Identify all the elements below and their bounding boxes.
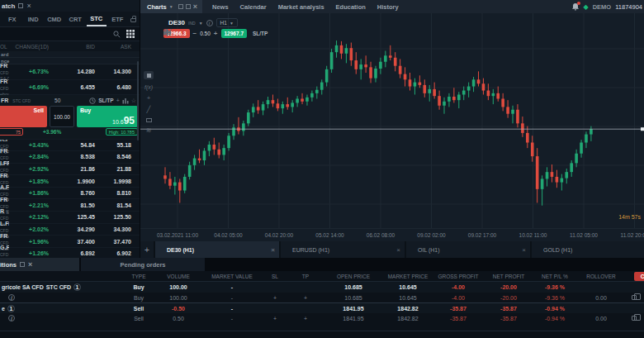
- chart-tab-de30[interactable]: DE30 (H1)×: [155, 241, 279, 258]
- watchlist-row[interactable]: FRSTC CFDncaise des Je…+1.96%37.40037.47…: [0, 236, 140, 248]
- volume-input[interactable]: 100.00: [50, 106, 74, 127]
- close-tab-icon[interactable]: ×: [396, 246, 400, 254]
- bid-value[interactable]: 81.50: [49, 202, 95, 208]
- ask-value[interactable]: 8.810: [95, 190, 131, 196]
- pattern-tool-icon[interactable]: ≋: [146, 127, 152, 134]
- bid-value[interactable]: 8.760: [49, 190, 95, 196]
- chevron-down-icon[interactable]: ▼: [199, 21, 203, 26]
- fx-indicator-icon[interactable]: f(x): [144, 84, 153, 90]
- chart-tab-gold[interactable]: GOLD (H1): [532, 241, 644, 258]
- grid-view-icon[interactable]: [126, 30, 135, 38]
- info-icon[interactable]: i: [8, 294, 15, 301]
- watchlist-group-header[interactable]: ard: [0, 51, 140, 58]
- line-tool-icon[interactable]: ╱: [147, 107, 151, 113]
- chart-tab-eurusd[interactable]: EURUSD (H1)×: [281, 241, 405, 258]
- bid-value[interactable]: 8.538: [49, 154, 95, 159]
- ask-value[interactable]: 14.300: [95, 69, 131, 74]
- close-icon[interactable]: ×: [193, 4, 197, 9]
- volume-minus-button[interactable]: −: [193, 30, 197, 37]
- close-icon[interactable]: ×: [28, 262, 32, 267]
- close-icon[interactable]: ×: [26, 3, 31, 8]
- watchlist-row[interactable]: FRSTC CFDns Scientific S…+2.21%81.5081.5…: [0, 199, 140, 212]
- gem-icon[interactable]: ◆: [584, 3, 589, 11]
- bid-value[interactable]: 6.455: [49, 84, 95, 90]
- sell-button[interactable]: Sell 10.645: [0, 106, 47, 127]
- info-icon[interactable]: i: [206, 20, 213, 26]
- chart-icon[interactable]: [122, 98, 129, 104]
- timeframe-select[interactable]: H1▼: [216, 18, 238, 27]
- nav-item-history[interactable]: History: [377, 3, 399, 11]
- watchlist-row[interactable]: FRSTC CFDicolor SA CFD+1.85%1.99001.9998: [0, 175, 140, 188]
- buy-price-button[interactable]: 12967.7: [221, 29, 248, 38]
- watchlist-row[interactable]: I.FRSTC CFDdere SCA CFD+2.92%21.8621.88: [0, 164, 140, 176]
- ask-value[interactable]: 8.546: [95, 154, 131, 159]
- watchlist-row[interactable]: FRSTC CFDebourg SA CFD+6.69%6.4556.480: [0, 80, 140, 96]
- pos-cell-sl[interactable]: +: [261, 316, 289, 321]
- watch-tab-crt[interactable]: CRT: [66, 12, 86, 26]
- watchlist-row[interactable]: A.FRSTC CFDe SA CFD+1.86%8.7608.810: [0, 188, 140, 200]
- buy-button[interactable]: Buy 10.695: [77, 106, 138, 127]
- position-subrow[interactable]: iBuy100.00-++10.68510.645-4.00-20.00-9.3…: [0, 293, 644, 302]
- popout-icon[interactable]: [20, 262, 25, 267]
- ask-value[interactable]: 55.18: [95, 142, 131, 148]
- watchlist-row[interactable]: R.FRSTC CFDe CFD+3.43%54.8455.18: [0, 140, 140, 152]
- new-chart-tab-button[interactable]: +: [140, 241, 154, 258]
- watchlist-row[interactable]: RSTC CFDder Electric S…+2.12%125.45125.5…: [0, 212, 140, 224]
- position-subrow[interactable]: iSell0.50-++1841.951842.82-35.87-35.87-0…: [0, 313, 644, 323]
- chart-volume-input[interactable]: 0.50: [200, 31, 211, 36]
- tab-pending-orders[interactable]: Pending orders: [81, 258, 205, 271]
- favorite-star-icon[interactable]: ☆: [131, 98, 136, 104]
- add-order-icon[interactable]: +: [116, 98, 120, 103]
- watch-tab-ind[interactable]: IND: [24, 12, 44, 26]
- bid-value[interactable]: 14.280: [49, 69, 95, 74]
- close-tab-icon[interactable]: ×: [522, 246, 526, 254]
- watch-tab-cmd[interactable]: CMD: [45, 12, 64, 26]
- sltp-toggle[interactable]: SL/TP: [98, 98, 113, 103]
- watchlist-row[interactable]: FRSTC CFDpFMC PLC CFD+2.84%8.5388.546: [0, 151, 140, 164]
- close-all-button[interactable]: C: [634, 272, 644, 281]
- chart-tab-oil[interactable]: OIL (H1)×: [406, 241, 530, 258]
- bid-value[interactable]: 125.45: [49, 214, 95, 220]
- volume-plus-button[interactable]: +: [214, 30, 218, 37]
- ask-value[interactable]: 37.470: [95, 239, 131, 245]
- watch-tab-etf[interactable]: ETF: [108, 12, 128, 26]
- watchlist-group-header[interactable]: nce: [0, 58, 140, 64]
- drawing-tool-icon[interactable]: [144, 71, 154, 79]
- chart-symbol[interactable]: DE30: [168, 19, 185, 26]
- watchlist-row[interactable]: FRSTC CFDSA CFD+6.73%14.28014.300: [0, 64, 140, 80]
- ask-value[interactable]: 21.88: [95, 166, 131, 172]
- duplicate-order-icon[interactable]: [632, 295, 637, 300]
- clock-icon[interactable]: [89, 98, 96, 104]
- close-tab-icon[interactable]: ×: [271, 246, 275, 254]
- popout-icon[interactable]: [18, 3, 23, 8]
- nav-item-education[interactable]: Education: [336, 3, 366, 11]
- nav-item-news[interactable]: News: [212, 3, 229, 11]
- ask-value[interactable]: 81.54: [95, 202, 131, 208]
- tab-positions[interactable]: itions ×: [0, 258, 79, 271]
- bid-value[interactable]: 1.9900: [49, 179, 95, 184]
- ask-value[interactable]: 34.300: [95, 226, 131, 232]
- pos-cell-tp[interactable]: +: [289, 316, 322, 321]
- watch-tab-stc[interactable]: STC: [87, 12, 107, 26]
- bid-value[interactable]: 54.84: [49, 142, 95, 148]
- crosshair-icon[interactable]: +: [147, 95, 151, 102]
- ask-value[interactable]: 125.50: [95, 214, 131, 220]
- search-icon[interactable]: [113, 31, 121, 38]
- info-icon[interactable]: i: [8, 315, 15, 321]
- candlestick-chart[interactable]: [140, 13, 644, 228]
- position-row[interactable]: e1Sell-0.50-1841.951842.82-35.87-35.87-0…: [0, 302, 644, 313]
- watchlist-row[interactable]: G.FRSTC CFDR CFD - class A+1.26%6.8926.9…: [0, 248, 140, 258]
- duplicate-window-icon[interactable]: [178, 4, 183, 9]
- watch-tab-fx[interactable]: FX: [2, 12, 22, 26]
- lock-icon[interactable]: [129, 16, 137, 22]
- bid-value[interactable]: 37.400: [49, 239, 95, 245]
- bid-value[interactable]: 21.86: [49, 166, 95, 172]
- bid-value[interactable]: 34.290: [49, 226, 95, 232]
- ask-value[interactable]: 1.9998: [95, 179, 131, 184]
- pos-cell-tp[interactable]: +: [289, 295, 322, 301]
- notifications-bell-icon[interactable]: [571, 2, 580, 11]
- nav-item-calendar[interactable]: Calendar: [240, 3, 267, 11]
- pos-cell-sl[interactable]: +: [261, 295, 289, 301]
- sltp-toggle[interactable]: SL/TP: [253, 31, 268, 36]
- ask-value[interactable]: 6.480: [95, 84, 131, 90]
